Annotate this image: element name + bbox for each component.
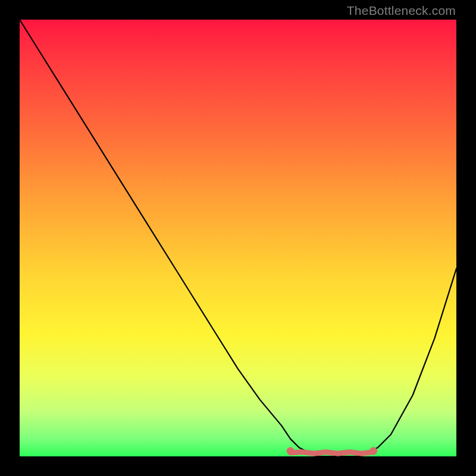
attribution-text: TheBottleneck.com: [347, 4, 456, 18]
footer-marker-end: [369, 447, 377, 455]
footer-marker-line: [290, 452, 373, 453]
chart-stage: TheBottleneck.com: [0, 0, 476, 476]
footer-marker-layer: [20, 20, 456, 456]
plot-area: [20, 20, 456, 456]
